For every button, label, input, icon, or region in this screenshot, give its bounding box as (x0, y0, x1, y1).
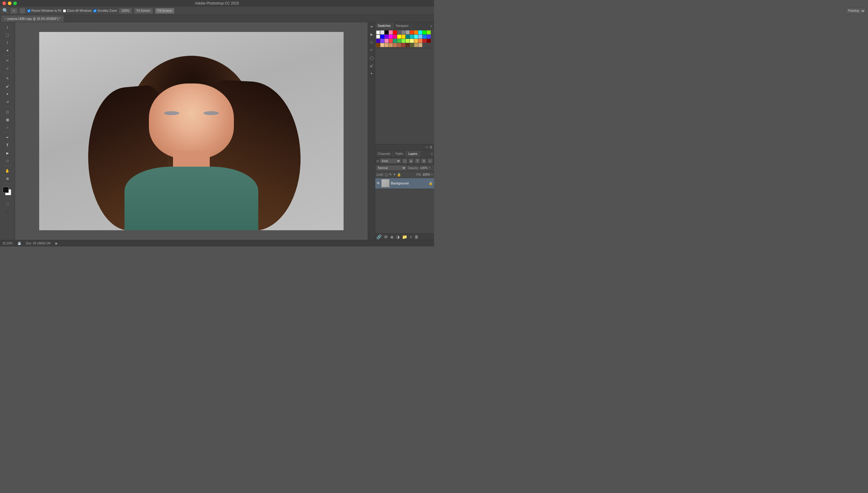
resize-windows-checkbox[interactable]: Resize Windows to Fit (27, 9, 61, 12)
swatch-yellow[interactable] (397, 35, 401, 39)
swatch-dark-gray-1[interactable] (397, 30, 401, 34)
layer-style-btn[interactable]: ⚙ (384, 234, 388, 239)
filter-adjust-btn[interactable]: ◈ (408, 158, 414, 164)
swatch-orange-red[interactable] (410, 30, 414, 34)
gradient-tool[interactable]: ▦ (3, 116, 12, 123)
layer-visibility-toggle[interactable]: 👁 (376, 181, 380, 185)
swatch-teal[interactable] (406, 35, 410, 39)
crop-tool[interactable]: ✂ (3, 57, 12, 64)
lock-brush-icon[interactable]: ✎ (389, 173, 392, 177)
swatch-black[interactable] (385, 30, 389, 34)
swatch-blue[interactable] (381, 35, 384, 39)
swatch-tan[interactable] (414, 43, 418, 47)
swatch-teal-2[interactable] (410, 35, 414, 39)
swatch-yellow-green[interactable] (427, 30, 431, 34)
filter-smart-btn[interactable]: ✓ (427, 158, 433, 164)
filter-pixel-btn[interactable]: ▢ (402, 158, 408, 164)
zoom-out-button[interactable]: - (19, 8, 26, 14)
save-status-icon[interactable]: 💾 (18, 242, 21, 245)
swatch-cyan3[interactable] (414, 35, 418, 39)
paths-tab[interactable]: Paths (393, 150, 406, 157)
swatch-orange-2[interactable] (414, 39, 418, 43)
swatch-dark-brown[interactable] (406, 43, 410, 47)
fit-screen-button[interactable]: Fit Screen (134, 8, 153, 14)
hand-tool[interactable]: ✋ (3, 167, 12, 174)
minimize-button[interactable] (8, 1, 12, 5)
layers-tab[interactable]: Layers (406, 150, 420, 157)
delete-layer-btn[interactable]: 🗑 (414, 234, 419, 239)
magic-wand-tool[interactable]: ✦ (3, 47, 12, 54)
lock-move-icon[interactable]: ✦ (393, 173, 396, 177)
navigator-tab[interactable]: Navigator (393, 22, 411, 29)
swatch-dark-orange[interactable] (418, 39, 422, 43)
zoom-tool[interactable]: ⊕ (3, 175, 12, 182)
canvas-image[interactable] (39, 32, 344, 230)
swatch-teal-3[interactable] (393, 39, 397, 43)
fill-dropdown[interactable]: ▾ (431, 173, 433, 176)
panel-icon-arrows[interactable]: ⇄ (369, 23, 375, 29)
zoom-in-button[interactable]: + (10, 8, 18, 14)
new-layer-btn[interactable]: + (410, 234, 412, 239)
pen-tool[interactable]: ✒ (3, 134, 12, 141)
swatch-skin-3[interactable] (389, 43, 393, 47)
link-layers-btn[interactable]: 🔗 (376, 234, 382, 239)
shape-tool[interactable]: □ (3, 157, 12, 165)
close-button[interactable] (2, 1, 6, 5)
close-doc-button[interactable]: × (4, 17, 6, 21)
fill-screen-button[interactable]: Fill Screen (155, 8, 174, 14)
dodge-tool[interactable]: ○ (3, 124, 12, 131)
swatch-red-2[interactable] (389, 39, 393, 43)
swatch-indigo[interactable] (376, 39, 380, 43)
swatch-mid-blue[interactable] (427, 35, 431, 39)
opacity-dropdown[interactable]: ▾ (429, 166, 430, 169)
swatch-lime[interactable] (402, 39, 405, 43)
swatch-light-blue[interactable] (418, 35, 422, 39)
layers-tab-icon-collapse[interactable]: ≡ (431, 152, 433, 155)
doc-tab[interactable]: × justyna-1838 copy @ 33.3% (RGB/8°) * (1, 15, 64, 22)
swatch-yellow-3[interactable] (406, 39, 410, 43)
blend-mode-select[interactable]: Normal (376, 165, 407, 171)
swatch-orange[interactable] (414, 30, 418, 34)
spot-healing-tool[interactable]: ✎ (3, 75, 12, 82)
panel-icon-scissors[interactable]: ✂ (369, 47, 375, 53)
zoom-100-button[interactable]: 100% (119, 8, 132, 14)
panel-icon-sphere[interactable]: ◯ (369, 55, 375, 61)
move-tool[interactable]: ↕ (3, 23, 12, 31)
swatch-hot-pink[interactable] (393, 35, 397, 39)
zoom-all-checkbox[interactable]: Zoom All Windows (63, 9, 92, 12)
swatch-skin-1[interactable] (381, 43, 384, 47)
eyedropper-tool[interactable]: ⊹ (3, 65, 12, 72)
clone-stamp-tool[interactable]: ✦ (3, 90, 12, 98)
swatch-pink[interactable] (389, 30, 393, 34)
swatch-light-gray[interactable] (381, 30, 384, 34)
path-selection-tool[interactable]: ▶ (3, 149, 12, 157)
canvas-area[interactable] (15, 22, 368, 240)
swatch-green[interactable] (422, 30, 427, 34)
swatch-khaki[interactable] (418, 43, 422, 47)
brush-tool[interactable]: 🖌 (3, 83, 12, 90)
swatch-purple[interactable] (385, 35, 389, 39)
eraser-tool[interactable]: ◻ (3, 108, 12, 115)
layer-row[interactable]: 👁 Background 🔒 (375, 178, 434, 189)
panel-icon-adjust[interactable]: ⬡ (369, 39, 375, 45)
swatch-yellow-4[interactable] (410, 39, 414, 43)
swatch-dark-gray-3[interactable] (406, 30, 410, 34)
maximize-button[interactable] (13, 1, 17, 5)
history-brush-tool[interactable]: ↺ (3, 98, 12, 105)
group-btn[interactable]: 📁 (402, 234, 407, 239)
swatches-tab[interactable]: Swatches (375, 22, 393, 29)
filter-shape-btn[interactable]: ⚙ (421, 158, 427, 164)
channels-tab[interactable]: Channels (375, 150, 393, 157)
lock-all-icon[interactable]: 🔒 (397, 173, 401, 177)
swatch-dark-gray-2[interactable] (402, 30, 405, 34)
swatch-brown[interactable] (376, 43, 380, 47)
panel-icon-play[interactable]: ▶ (369, 31, 375, 37)
marquee-tool[interactable]: ⬚ (3, 31, 12, 39)
mask-btn[interactable]: ◈ (390, 234, 394, 239)
swatch-skin-6[interactable] (402, 43, 405, 47)
filter-type-btn[interactable]: T (415, 158, 420, 164)
screen-mode-btn2[interactable]: ⬛ (3, 208, 12, 215)
foreground-color[interactable] (3, 187, 9, 193)
swatch-dark-red[interactable] (422, 39, 427, 43)
panel-icon-brush[interactable]: 🖌 (369, 63, 375, 69)
